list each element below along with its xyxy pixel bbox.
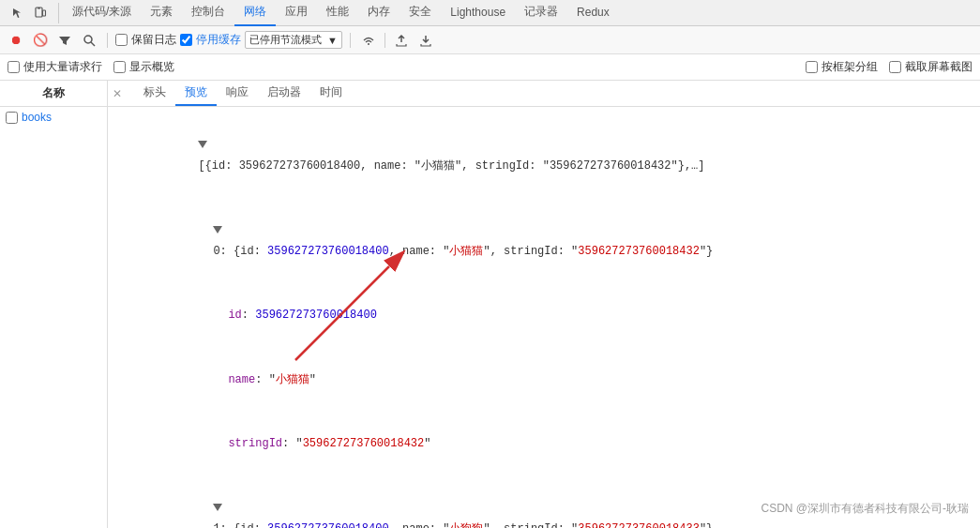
tab-sources[interactable]: 源代码/来源	[63, 0, 141, 26]
tab-performance[interactable]: 性能	[317, 0, 358, 26]
sep3	[384, 33, 385, 48]
filter-row: 名称 ✕ 标头 预览 响应 启动器 时间	[0, 81, 980, 107]
name-column-header: 名称	[0, 81, 108, 106]
network-sidebar: books	[0, 107, 108, 528]
sidebar-item-books[interactable]: books	[0, 109, 107, 126]
json-item0-id: id: 359627273760018400	[147, 283, 971, 347]
tab-lighthouse[interactable]: Lighthouse	[441, 1, 515, 25]
preserve-log-checkbox[interactable]	[115, 34, 128, 46]
network-toolbar-1: ⏺ 🚫 保留日志 停用缓存 已停用节流模式 ▼	[0, 26, 980, 54]
tab-timing[interactable]: 时间	[310, 81, 352, 106]
tab-memory[interactable]: 内存	[358, 0, 400, 26]
svg-point-3	[84, 36, 92, 43]
svg-line-4	[91, 42, 95, 46]
by-frame-label[interactable]: 按框架分组	[806, 59, 878, 75]
json-item0-header[interactable]: 0: {id: 359627273760018400, name: "小猫猫",…	[132, 198, 971, 283]
download-icon[interactable]	[415, 30, 436, 51]
wifi-icon[interactable]	[358, 30, 379, 51]
tab-console[interactable]: 控制台	[182, 0, 234, 26]
capture-screenshot-label[interactable]: 截取屏幕截图	[889, 59, 972, 75]
tab-preview[interactable]: 预览	[175, 81, 217, 106]
network-panel: ⏺ 🚫 保留日志 停用缓存 已停用节流模式 ▼	[0, 26, 980, 528]
network-body: books [{id: 359627273760018400, name: "小…	[0, 107, 980, 528]
throttle-selector[interactable]: 已停用节流模式 ▼	[245, 31, 342, 49]
toolbar2-right: 按框架分组 截取屏幕截图	[806, 59, 972, 75]
search-icon[interactable]	[79, 30, 99, 51]
json-item0-stringid: stringId: "359627273760018432"	[147, 412, 971, 475]
upload-icon[interactable]	[391, 30, 412, 51]
clear-button[interactable]: 🚫	[30, 30, 51, 51]
show-overview-label[interactable]: 显示概览	[113, 59, 174, 75]
filter-icon[interactable]	[54, 30, 75, 51]
by-frame-checkbox[interactable]	[806, 61, 818, 73]
tab-recorder[interactable]: 记录器	[515, 0, 567, 26]
cursor-icon[interactable]	[8, 3, 28, 23]
tab-network[interactable]: 网络	[234, 0, 276, 26]
tab-initiator[interactable]: 启动器	[258, 81, 310, 106]
device-icon[interactable]	[30, 3, 51, 23]
tab-elements[interactable]: 元素	[141, 0, 182, 26]
watermark: CSDN @深圳市有德者科技有限公司-耿瑞	[761, 501, 969, 517]
sep2	[350, 33, 351, 48]
json-preview: [{id: 359627273760018400, name: "小猫猫", s…	[108, 107, 980, 528]
devtools-window: 源代码/来源 元素 控制台 网络 应用 性能 内存 安全 Lighthouse …	[0, 0, 980, 528]
tab-redux[interactable]: Redux	[567, 1, 619, 25]
disable-cache-label[interactable]: 停用缓存	[180, 32, 241, 48]
show-overview-checkbox[interactable]	[113, 61, 126, 73]
record-button[interactable]: ⏺	[6, 30, 26, 51]
tab-response[interactable]: 响应	[217, 81, 258, 106]
network-toolbar-2: 使用大量请求行 显示概览 按框架分组 截取屏幕截图	[0, 54, 980, 81]
json-item0-name: name: "小猫猫"	[147, 348, 971, 412]
books-checkbox[interactable]	[6, 112, 18, 124]
preserve-log-checkbox-label[interactable]: 保留日志	[115, 32, 176, 48]
svg-rect-1	[38, 8, 40, 9]
devtools-topbar: 源代码/来源 元素 控制台 网络 应用 性能 内存 安全 Lighthouse …	[0, 0, 980, 26]
bulk-requests-label[interactable]: 使用大量请求行	[8, 59, 102, 75]
disable-cache-checkbox[interactable]	[180, 34, 192, 46]
item1-collapse-icon[interactable]	[213, 504, 222, 511]
tab-security[interactable]: 安全	[400, 0, 441, 26]
close-detail-button[interactable]: ✕	[108, 81, 127, 106]
tab-application[interactable]: 应用	[276, 0, 317, 26]
devtools-icons-group	[8, 3, 59, 23]
root-collapse-icon[interactable]	[198, 141, 207, 148]
bulk-requests-checkbox[interactable]	[8, 61, 20, 73]
capture-screenshot-checkbox[interactable]	[889, 61, 901, 73]
tab-headers[interactable]: 标头	[134, 81, 175, 106]
json-root-line[interactable]: [{id: 359627273760018400, name: "小猫猫", s…	[117, 113, 971, 198]
svg-rect-2	[43, 10, 46, 16]
item0-collapse-icon[interactable]	[213, 226, 222, 234]
sep1	[107, 33, 108, 48]
network-detail-panel: [{id: 359627273760018400, name: "小猫猫", s…	[108, 107, 980, 528]
detail-tabs: 标头 预览 响应 启动器 时间	[127, 81, 359, 106]
